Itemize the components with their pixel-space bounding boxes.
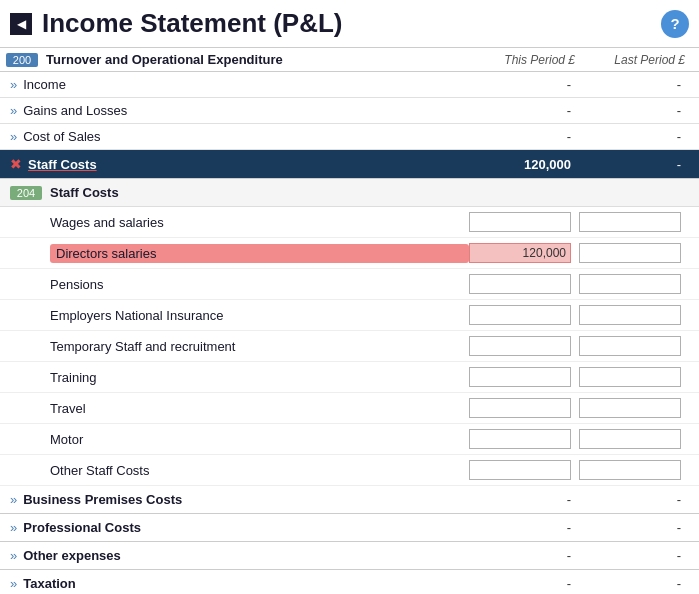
nav-row-gains[interactable]: » Gains and Losses - - xyxy=(0,98,699,124)
temp-staff-period-input[interactable] xyxy=(469,336,571,356)
subsection-204-badge: 204 xyxy=(10,186,42,200)
input-pensions-period[interactable] xyxy=(469,274,579,294)
nav-val2-income: - xyxy=(579,77,689,92)
data-row-employers-ni: Employers National Insurance xyxy=(0,300,699,331)
summary-val-professional: - xyxy=(469,520,579,535)
section-200-badge: 200 xyxy=(6,53,38,67)
input-other-staff-last[interactable] xyxy=(579,460,689,480)
data-row-travel: Travel xyxy=(0,393,699,424)
summary-label-premises: Business Premises Costs xyxy=(23,492,469,507)
nav-val-income: - xyxy=(469,77,579,92)
input-other-staff-period[interactable] xyxy=(469,460,579,480)
page-header: ◀ Income Statement (P&L) ? xyxy=(0,0,699,48)
summary-val2-taxation: - xyxy=(579,576,689,591)
input-training-last[interactable] xyxy=(579,367,689,387)
wages-period-input[interactable] xyxy=(469,212,571,232)
summary-val2-premises: - xyxy=(579,492,689,507)
chevron-icon: » xyxy=(10,520,17,535)
summary-val2-other-expenses: - xyxy=(579,548,689,563)
active-val2-staff-costs: - xyxy=(579,157,689,172)
active-row-staff-costs[interactable]: ✖ Staff Costs 120,000 - xyxy=(0,150,699,179)
subsection-204-title: Staff Costs xyxy=(50,185,119,200)
other-staff-period-input[interactable] xyxy=(469,460,571,480)
training-last-input[interactable] xyxy=(579,367,681,387)
motor-period-input[interactable] xyxy=(469,429,571,449)
data-label-pensions: Pensions xyxy=(50,277,469,292)
help-button[interactable]: ? xyxy=(661,10,689,38)
data-label-other-staff: Other Staff Costs xyxy=(50,463,469,478)
travel-period-input[interactable] xyxy=(469,398,571,418)
summary-label-taxation: Taxation xyxy=(23,576,469,591)
summary-row-taxation[interactable]: » Taxation - - xyxy=(0,570,699,594)
nav-label-gains: Gains and Losses xyxy=(23,103,469,118)
data-label-employers-ni: Employers National Insurance xyxy=(50,308,469,323)
data-row-training: Training xyxy=(0,362,699,393)
data-label-travel: Travel xyxy=(50,401,469,416)
nav-val-cost-of-sales: - xyxy=(469,129,579,144)
other-staff-last-input[interactable] xyxy=(579,460,681,480)
data-row-other-staff: Other Staff Costs xyxy=(0,455,699,486)
summary-label-other-expenses: Other expenses xyxy=(23,548,469,563)
nav-val-gains: - xyxy=(469,103,579,118)
data-label-motor: Motor xyxy=(50,432,469,447)
help-icon: ? xyxy=(670,15,679,32)
chevron-icon: » xyxy=(10,77,17,92)
input-wages-last[interactable] xyxy=(579,212,689,232)
wages-last-input[interactable] xyxy=(579,212,681,232)
input-temp-staff-period[interactable] xyxy=(469,336,579,356)
active-label-staff-costs: Staff Costs xyxy=(28,157,469,172)
input-motor-last[interactable] xyxy=(579,429,689,449)
nav-val2-gains: - xyxy=(579,103,689,118)
col2-header: Last Period £ xyxy=(583,53,693,67)
summary-row-premises[interactable]: » Business Premises Costs - - xyxy=(0,486,699,514)
back-icon: ◀ xyxy=(17,17,26,31)
back-button[interactable]: ◀ xyxy=(10,13,32,35)
summary-val-taxation: - xyxy=(469,576,579,591)
data-row-temp-staff: Temporary Staff and recruitment xyxy=(0,331,699,362)
travel-last-input[interactable] xyxy=(579,398,681,418)
input-directors-period[interactable] xyxy=(469,243,579,263)
chevron-icon: » xyxy=(10,103,17,118)
nav-row-income[interactable]: » Income - - xyxy=(0,72,699,98)
summary-row-other-expenses[interactable]: » Other expenses - - xyxy=(0,542,699,570)
input-travel-last[interactable] xyxy=(579,398,689,418)
input-employers-ni-last[interactable] xyxy=(579,305,689,325)
col1-header: This Period £ xyxy=(473,53,583,67)
input-motor-period[interactable] xyxy=(469,429,579,449)
chevron-icon: » xyxy=(10,548,17,563)
summary-val2-professional: - xyxy=(579,520,689,535)
input-employers-ni-period[interactable] xyxy=(469,305,579,325)
nav-label-income: Income xyxy=(23,77,469,92)
summary-row-professional[interactable]: » Professional Costs - - xyxy=(0,514,699,542)
data-label-directors: Directors salaries xyxy=(50,244,469,263)
input-directors-last[interactable] xyxy=(579,243,689,263)
employers-ni-last-input[interactable] xyxy=(579,305,681,325)
input-training-period[interactable] xyxy=(469,367,579,387)
nav-val2-cost-of-sales: - xyxy=(579,129,689,144)
data-row-wages: Wages and salaries xyxy=(0,207,699,238)
training-period-input[interactable] xyxy=(469,367,571,387)
chevron-icon: » xyxy=(10,129,17,144)
chevron-icon: » xyxy=(10,492,17,507)
input-temp-staff-last[interactable] xyxy=(579,336,689,356)
data-label-wages: Wages and salaries xyxy=(50,215,469,230)
pensions-last-input[interactable] xyxy=(579,274,681,294)
data-row-pensions: Pensions xyxy=(0,269,699,300)
motor-last-input[interactable] xyxy=(579,429,681,449)
data-label-training: Training xyxy=(50,370,469,385)
data-row-directors: Directors salaries xyxy=(0,238,699,269)
pensions-period-input[interactable] xyxy=(469,274,571,294)
nav-row-cost-of-sales[interactable]: » Cost of Sales - - xyxy=(0,124,699,150)
input-travel-period[interactable] xyxy=(469,398,579,418)
subsection-204-header: 204 Staff Costs xyxy=(0,179,699,207)
section-200-header: 200 Turnover and Operational Expenditure… xyxy=(0,48,699,72)
directors-period-input[interactable] xyxy=(469,243,571,263)
section-200-title: Turnover and Operational Expenditure xyxy=(46,52,473,67)
active-val-staff-costs: 120,000 xyxy=(469,157,579,172)
employers-ni-period-input[interactable] xyxy=(469,305,571,325)
input-pensions-last[interactable] xyxy=(579,274,689,294)
input-wages-period[interactable] xyxy=(469,212,579,232)
temp-staff-last-input[interactable] xyxy=(579,336,681,356)
directors-last-input[interactable] xyxy=(579,243,681,263)
data-label-temp-staff: Temporary Staff and recruitment xyxy=(50,339,469,354)
